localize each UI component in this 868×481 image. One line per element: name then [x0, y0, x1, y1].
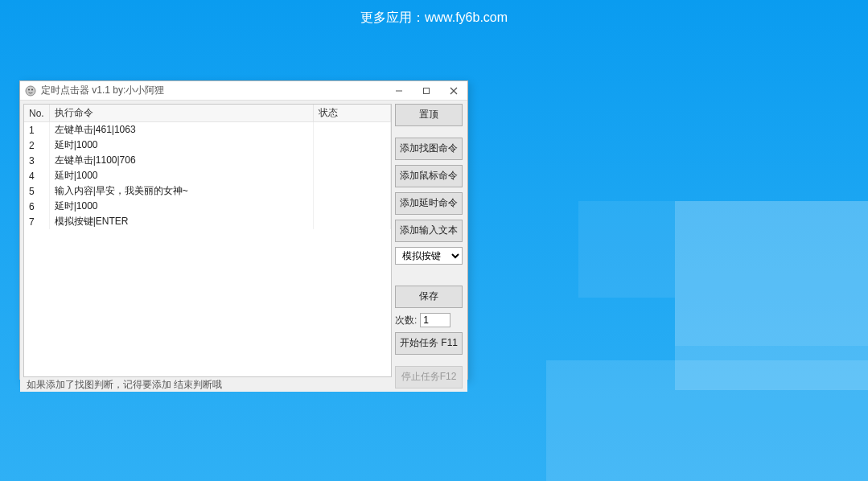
- table-row[interactable]: 5输入内容|早安，我美丽的女神~: [24, 183, 391, 199]
- close-button[interactable]: [440, 81, 467, 101]
- table-row[interactable]: 1左键单击|461|1063: [24, 122, 391, 138]
- command-table[interactable]: No. 执行命令 状态 1左键单击|461|10632延时|10003左键单击|…: [23, 104, 392, 377]
- cell-cmd: 左键单击|1100|706: [49, 153, 313, 168]
- desktop-decoration: [675, 201, 868, 346]
- header-no[interactable]: No.: [24, 105, 49, 122]
- stop-task-button[interactable]: 停止任务F12: [395, 366, 463, 388]
- cell-no: 7: [24, 214, 49, 229]
- cell-cmd: 左键单击|461|1063: [49, 122, 313, 138]
- table-row[interactable]: 6延时|1000: [24, 199, 391, 214]
- cell-status: [314, 153, 391, 168]
- cell-status: [314, 183, 391, 199]
- cell-cmd: 延时|1000: [49, 168, 313, 183]
- svg-point-2: [31, 88, 33, 90]
- cell-no: 4: [24, 168, 49, 183]
- start-task-button[interactable]: 开始任务 F11: [395, 332, 463, 355]
- desktop-decoration: [546, 360, 868, 481]
- cell-cmd: 延时|1000: [49, 138, 313, 153]
- count-row: 次数:: [395, 313, 463, 327]
- pin-button[interactable]: 置顶: [395, 104, 463, 126]
- left-area: No. 执行命令 状态 1左键单击|461|10632延时|10003左键单击|…: [20, 101, 392, 392]
- svg-point-1: [28, 88, 30, 90]
- header-cmd[interactable]: 执行命令: [49, 105, 313, 122]
- table-row[interactable]: 3左键单击|1100|706: [24, 153, 391, 168]
- cell-cmd: 模拟按键|ENTER: [49, 214, 313, 229]
- add-delay-button[interactable]: 添加延时命令: [395, 192, 463, 215]
- svg-point-0: [26, 86, 35, 96]
- table-header-row: No. 执行命令 状态: [24, 105, 391, 122]
- cell-status: [314, 168, 391, 183]
- svg-rect-4: [424, 88, 430, 93]
- cell-status: [314, 199, 391, 214]
- count-label: 次数:: [395, 314, 417, 327]
- cell-no: 1: [24, 122, 49, 138]
- cell-cmd: 输入内容|早安，我美丽的女神~: [49, 183, 313, 199]
- status-bar: 如果添加了找图判断，记得要添加 结束判断哦: [23, 377, 392, 392]
- simulate-key-select[interactable]: 模拟按键: [395, 247, 463, 265]
- header-status[interactable]: 状态: [314, 105, 391, 122]
- count-input[interactable]: [420, 313, 450, 327]
- save-button[interactable]: 保存: [395, 286, 463, 308]
- cell-status: [314, 138, 391, 153]
- cell-status: [314, 214, 391, 229]
- minimize-button[interactable]: [385, 81, 413, 101]
- desktop-decoration: [578, 201, 675, 298]
- maximize-button[interactable]: [413, 81, 440, 101]
- app-window: 定时点击器 v1.1 by:小小阿狸: [19, 80, 468, 380]
- cell-cmd: 延时|1000: [49, 199, 313, 214]
- table-row[interactable]: 2延时|1000: [24, 138, 391, 153]
- table-row[interactable]: 4延时|1000: [24, 168, 391, 183]
- window-title: 定时点击器 v1.1 by:小小阿狸: [41, 84, 385, 97]
- desktop: 更多应用：www.fy6b.com 定时点击器 v1.1 by:小小阿狸: [0, 0, 868, 481]
- cell-no: 2: [24, 138, 49, 153]
- window-body: No. 执行命令 状态 1左键单击|461|10632延时|10003左键单击|…: [20, 101, 467, 392]
- top-banner: 更多应用：www.fy6b.com: [0, 10, 868, 27]
- right-panel: 置顶 添加找图命令 添加鼠标命令 添加延时命令 添加输入文本 模拟按键 保存 次…: [392, 101, 467, 392]
- add-input-button[interactable]: 添加输入文本: [395, 220, 463, 242]
- titlebar[interactable]: 定时点击器 v1.1 by:小小阿狸: [20, 81, 467, 101]
- cell-no: 5: [24, 183, 49, 199]
- cell-no: 6: [24, 199, 49, 214]
- add-find-image-button[interactable]: 添加找图命令: [395, 138, 463, 160]
- add-mouse-button[interactable]: 添加鼠标命令: [395, 165, 463, 187]
- cell-no: 3: [24, 153, 49, 168]
- app-icon: [24, 84, 37, 97]
- cell-status: [314, 122, 391, 138]
- table-row[interactable]: 7模拟按键|ENTER: [24, 214, 391, 229]
